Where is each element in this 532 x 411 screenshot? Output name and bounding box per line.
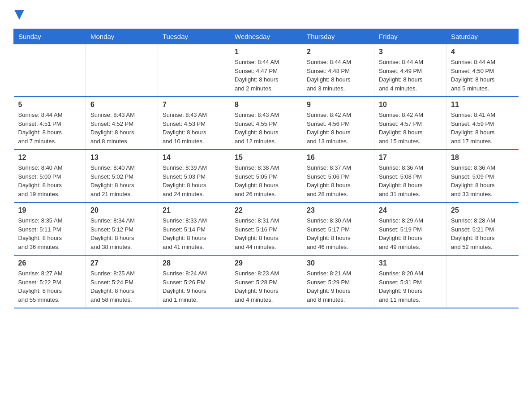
calendar-cell: 31Sunrise: 8:20 AM Sunset: 5:31 PM Dayli…: [374, 255, 446, 308]
calendar-cell: 6Sunrise: 8:43 AM Sunset: 4:52 PM Daylig…: [86, 97, 158, 150]
day-number: 24: [379, 206, 442, 214]
header-day-friday: Friday: [374, 29, 446, 44]
day-info: Sunrise: 8:23 AM Sunset: 5:28 PM Dayligh…: [235, 269, 297, 304]
day-number: 16: [307, 154, 369, 162]
calendar-cell: 13Sunrise: 8:40 AM Sunset: 5:02 PM Dayli…: [86, 150, 158, 202]
day-info: Sunrise: 8:20 AM Sunset: 5:31 PM Dayligh…: [379, 269, 442, 304]
day-number: 1: [235, 48, 297, 56]
day-info: Sunrise: 8:34 AM Sunset: 5:12 PM Dayligh…: [90, 216, 153, 251]
calendar-cell: 3Sunrise: 8:44 AM Sunset: 4:49 PM Daylig…: [374, 44, 446, 97]
day-number: 8: [235, 101, 297, 109]
day-number: 20: [90, 206, 153, 214]
calendar-cell: 28Sunrise: 8:24 AM Sunset: 5:26 PM Dayli…: [158, 255, 230, 308]
day-number: 2: [307, 48, 369, 56]
calendar-cell: [158, 44, 230, 97]
calendar-cell: 24Sunrise: 8:29 AM Sunset: 5:19 PM Dayli…: [374, 202, 446, 255]
day-info: Sunrise: 8:36 AM Sunset: 5:09 PM Dayligh…: [451, 163, 514, 198]
day-number: 26: [18, 259, 82, 267]
day-number: 4: [451, 48, 514, 56]
calendar-cell: 1Sunrise: 8:44 AM Sunset: 4:47 PM Daylig…: [230, 44, 302, 97]
day-number: 27: [90, 259, 153, 267]
week-row-3: 12Sunrise: 8:40 AM Sunset: 5:00 PM Dayli…: [14, 150, 519, 202]
week-row-4: 19Sunrise: 8:35 AM Sunset: 5:11 PM Dayli…: [14, 202, 519, 255]
day-number: 3: [379, 48, 442, 56]
page-header: [13, 9, 519, 20]
day-info: Sunrise: 8:40 AM Sunset: 5:00 PM Dayligh…: [18, 163, 82, 198]
header-day-wednesday: Wednesday: [230, 29, 302, 44]
day-number: 31: [379, 259, 442, 267]
day-info: Sunrise: 8:44 AM Sunset: 4:48 PM Dayligh…: [307, 58, 369, 93]
day-info: Sunrise: 8:39 AM Sunset: 5:03 PM Dayligh…: [163, 163, 225, 198]
calendar-cell: 14Sunrise: 8:39 AM Sunset: 5:03 PM Dayli…: [158, 150, 230, 202]
calendar-cell: 8Sunrise: 8:43 AM Sunset: 4:55 PM Daylig…: [230, 97, 302, 150]
day-info: Sunrise: 8:42 AM Sunset: 4:56 PM Dayligh…: [307, 111, 369, 146]
day-info: Sunrise: 8:30 AM Sunset: 5:17 PM Dayligh…: [307, 216, 369, 251]
day-info: Sunrise: 8:37 AM Sunset: 5:06 PM Dayligh…: [307, 163, 369, 198]
svg-marker-0: [14, 10, 24, 20]
calendar-cell: 25Sunrise: 8:28 AM Sunset: 5:21 PM Dayli…: [446, 202, 519, 255]
header-row: SundayMondayTuesdayWednesdayThursdayFrid…: [14, 29, 519, 44]
day-info: Sunrise: 8:43 AM Sunset: 4:52 PM Dayligh…: [90, 111, 153, 146]
header-day-monday: Monday: [86, 29, 158, 44]
day-number: 28: [163, 259, 225, 267]
day-info: Sunrise: 8:44 AM Sunset: 4:47 PM Dayligh…: [235, 58, 297, 93]
calendar-table: SundayMondayTuesdayWednesdayThursdayFrid…: [13, 29, 519, 308]
week-row-1: 1Sunrise: 8:44 AM Sunset: 4:47 PM Daylig…: [14, 44, 519, 97]
day-number: 6: [90, 101, 153, 109]
calendar-cell: [446, 255, 519, 308]
day-number: 15: [235, 154, 297, 162]
calendar-cell: 11Sunrise: 8:41 AM Sunset: 4:59 PM Dayli…: [446, 97, 519, 150]
day-number: 10: [379, 101, 442, 109]
calendar-cell: 10Sunrise: 8:42 AM Sunset: 4:57 PM Dayli…: [374, 97, 446, 150]
week-row-5: 26Sunrise: 8:27 AM Sunset: 5:22 PM Dayli…: [14, 255, 519, 308]
day-info: Sunrise: 8:29 AM Sunset: 5:19 PM Dayligh…: [379, 216, 442, 251]
calendar-cell: 4Sunrise: 8:44 AM Sunset: 4:50 PM Daylig…: [446, 44, 519, 97]
calendar-cell: 22Sunrise: 8:31 AM Sunset: 5:16 PM Dayli…: [230, 202, 302, 255]
day-info: Sunrise: 8:33 AM Sunset: 5:14 PM Dayligh…: [163, 216, 225, 251]
day-number: 18: [451, 154, 514, 162]
calendar-cell: 17Sunrise: 8:36 AM Sunset: 5:08 PM Dayli…: [374, 150, 446, 202]
day-number: 17: [379, 154, 442, 162]
day-info: Sunrise: 8:24 AM Sunset: 5:26 PM Dayligh…: [163, 269, 225, 304]
calendar-cell: 29Sunrise: 8:23 AM Sunset: 5:28 PM Dayli…: [230, 255, 302, 308]
day-number: 30: [307, 259, 369, 267]
calendar-cell: [86, 44, 158, 97]
day-number: 11: [451, 101, 514, 109]
day-info: Sunrise: 8:27 AM Sunset: 5:22 PM Dayligh…: [18, 269, 82, 304]
calendar-cell: 5Sunrise: 8:44 AM Sunset: 4:51 PM Daylig…: [14, 97, 86, 150]
day-number: 12: [18, 154, 82, 162]
day-number: 19: [18, 206, 82, 214]
day-number: 7: [163, 101, 225, 109]
calendar-cell: [14, 44, 86, 97]
day-info: Sunrise: 8:43 AM Sunset: 4:55 PM Dayligh…: [235, 111, 297, 146]
day-number: 21: [163, 206, 225, 214]
day-info: Sunrise: 8:21 AM Sunset: 5:29 PM Dayligh…: [307, 269, 369, 304]
header-day-tuesday: Tuesday: [158, 29, 230, 44]
header-day-thursday: Thursday: [302, 29, 374, 44]
day-info: Sunrise: 8:35 AM Sunset: 5:11 PM Dayligh…: [18, 216, 82, 251]
calendar-header: SundayMondayTuesdayWednesdayThursdayFrid…: [14, 29, 519, 44]
day-number: 9: [307, 101, 369, 109]
day-info: Sunrise: 8:31 AM Sunset: 5:16 PM Dayligh…: [235, 216, 297, 251]
header-day-saturday: Saturday: [446, 29, 519, 44]
calendar-cell: 2Sunrise: 8:44 AM Sunset: 4:48 PM Daylig…: [302, 44, 374, 97]
day-number: 5: [18, 101, 82, 109]
week-row-2: 5Sunrise: 8:44 AM Sunset: 4:51 PM Daylig…: [14, 97, 519, 150]
day-number: 25: [451, 206, 514, 214]
calendar-cell: 21Sunrise: 8:33 AM Sunset: 5:14 PM Dayli…: [158, 202, 230, 255]
day-info: Sunrise: 8:44 AM Sunset: 4:49 PM Dayligh…: [379, 58, 442, 93]
day-number: 23: [307, 206, 369, 214]
calendar-cell: 19Sunrise: 8:35 AM Sunset: 5:11 PM Dayli…: [14, 202, 86, 255]
day-number: 13: [90, 154, 153, 162]
day-info: Sunrise: 8:28 AM Sunset: 5:21 PM Dayligh…: [451, 216, 514, 251]
day-info: Sunrise: 8:36 AM Sunset: 5:08 PM Dayligh…: [379, 163, 442, 198]
calendar-cell: 23Sunrise: 8:30 AM Sunset: 5:17 PM Dayli…: [302, 202, 374, 255]
calendar-body: 1Sunrise: 8:44 AM Sunset: 4:47 PM Daylig…: [14, 44, 519, 308]
day-info: Sunrise: 8:42 AM Sunset: 4:57 PM Dayligh…: [379, 111, 442, 146]
day-number: 14: [163, 154, 225, 162]
day-info: Sunrise: 8:44 AM Sunset: 4:51 PM Dayligh…: [18, 111, 82, 146]
calendar-cell: 27Sunrise: 8:25 AM Sunset: 5:24 PM Dayli…: [86, 255, 158, 308]
day-info: Sunrise: 8:44 AM Sunset: 4:50 PM Dayligh…: [451, 58, 514, 93]
calendar-cell: 12Sunrise: 8:40 AM Sunset: 5:00 PM Dayli…: [14, 150, 86, 202]
day-info: Sunrise: 8:25 AM Sunset: 5:24 PM Dayligh…: [90, 269, 153, 304]
